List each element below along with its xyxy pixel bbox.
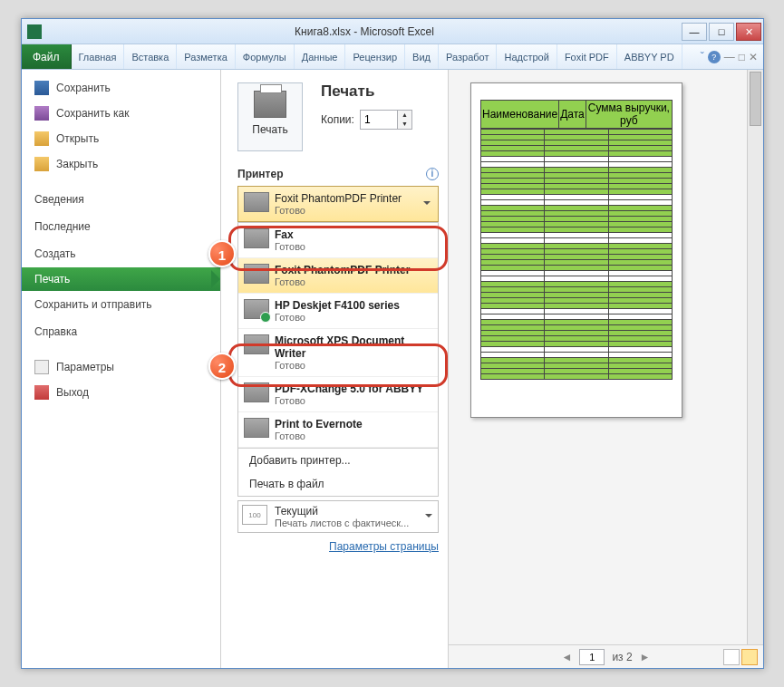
show-margins-button[interactable] — [741, 649, 758, 665]
ribbon-min-icon[interactable]: ˇ — [701, 51, 704, 63]
printer-selected-name: Foxit PhantomPDF Printer — [275, 192, 431, 205]
side-recent[interactable]: Последние — [22, 213, 220, 240]
side-print[interactable]: Печать — [22, 267, 220, 291]
side-info[interactable]: Сведения — [22, 186, 220, 213]
printer-item-fax[interactable]: FaxГотово — [238, 223, 438, 258]
callout-2-badge: 2 — [208, 353, 236, 380]
side-options[interactable]: Параметры — [22, 354, 220, 380]
print-preview: НаименованиеДатаСумма выручки, руб ◄ из … — [448, 70, 763, 668]
printer-item-icon — [244, 418, 269, 438]
tab-home[interactable]: Главная — [72, 44, 125, 69]
tab-formulas[interactable]: Формулы — [236, 44, 295, 69]
info-icon[interactable]: i — [426, 168, 439, 180]
tab-abbyy[interactable]: ABBYY PD — [617, 44, 682, 69]
side-open-label: Открыть — [56, 132, 99, 145]
tab-addins[interactable]: Надстрой — [497, 44, 557, 69]
printer-item-hp[interactable]: HP Deskjet F4100 seriesГотово — [238, 294, 438, 329]
printer-dropdown[interactable]: Foxit PhantomPDF Printer Готово — [237, 186, 439, 222]
side-close-label: Закрыть — [56, 158, 98, 170]
side-new[interactable]: Создать — [22, 240, 220, 267]
tab-insert[interactable]: Вставка — [124, 44, 177, 69]
zoom-to-page-button[interactable] — [723, 649, 740, 665]
callout-1-badge: 1 — [208, 240, 236, 267]
exit-icon — [34, 385, 49, 400]
print-settings: Печать Печать Копии: ▲▼ — [221, 70, 448, 668]
help-icon[interactable]: ? — [708, 51, 721, 63]
copies-label: Копии: — [321, 113, 354, 126]
printer-item-name: HP Deskjet F4100 series — [275, 299, 400, 312]
print-content: Печать Печать Копии: ▲▼ — [221, 70, 763, 668]
printer-item-status: Готово — [275, 360, 431, 371]
doc-restore-icon[interactable]: □ — [739, 51, 745, 63]
preview-pager: ◄ из 2 ► — [449, 644, 763, 668]
chevron-down-icon — [423, 201, 431, 208]
printer-item-name: Microsoft XPS Document Writer — [275, 334, 431, 360]
copies-input[interactable] — [361, 111, 397, 129]
tab-data[interactable]: Данные — [295, 44, 346, 69]
printer-item-icon — [244, 382, 269, 402]
side-open[interactable]: Открыть — [22, 126, 220, 151]
preview-col-name: Наименование — [481, 101, 559, 129]
ribbon: Файл Главная Вставка Разметка Формулы Да… — [22, 44, 763, 70]
printer-item-status: Готово — [275, 312, 400, 323]
pager-prev[interactable]: ◄ — [562, 651, 573, 663]
close-button[interactable]: ✕ — [736, 23, 761, 41]
backstage-sidebar: Сохранить Сохранить как Открыть Закрыть … — [22, 70, 221, 668]
preview-scrollbar[interactable] — [747, 70, 763, 644]
side-save-as-label: Сохранить как — [56, 107, 129, 120]
printer-icon — [254, 91, 286, 118]
side-help[interactable]: Справка — [22, 318, 220, 345]
copies-spinner[interactable]: ▲▼ — [360, 110, 412, 130]
printer-item-foxit[interactable]: Foxit PhantomPDF PrinterГотово — [238, 258, 438, 294]
printer-item-name: Fax — [275, 228, 305, 241]
page-setup-link[interactable]: Параметры страницы — [329, 540, 439, 553]
preview-col-sum: Сумма выручки, руб — [586, 101, 672, 129]
scaling-dropdown[interactable]: 100 Текущий Печать листов с фактическ... — [237, 500, 439, 533]
scrollbar-thumb[interactable] — [750, 72, 761, 126]
copies-down[interactable]: ▼ — [397, 120, 411, 129]
save-as-icon — [34, 106, 49, 121]
preview-table-body — [480, 129, 673, 380]
printer-item-icon — [244, 228, 269, 248]
print-button[interactable]: Печать — [237, 82, 303, 151]
tab-foxit[interactable]: Foxit PDF — [557, 44, 617, 69]
tab-view[interactable]: Вид — [405, 44, 439, 69]
pager-page-input[interactable] — [579, 649, 605, 665]
tab-developer[interactable]: Разработ — [439, 44, 497, 69]
side-save[interactable]: Сохранить — [22, 75, 220, 101]
printer-heading: Принтер — [237, 168, 283, 180]
tab-layout[interactable]: Разметка — [177, 44, 236, 69]
printer-item-status: Готово — [275, 395, 423, 406]
side-print-label: Печать — [34, 273, 70, 285]
add-printer[interactable]: Добавить принтер... — [238, 449, 438, 472]
minimize-button[interactable]: — — [682, 23, 707, 41]
printer-list-footer: Добавить принтер... Печать в файл — [238, 448, 438, 496]
scaling-title: Текущий — [275, 505, 421, 518]
tab-review[interactable]: Рецензир — [345, 44, 405, 69]
copies-up[interactable]: ▲ — [397, 111, 411, 120]
printer-item-icon — [244, 264, 269, 284]
file-tab[interactable]: Файл — [22, 44, 72, 69]
side-save-as[interactable]: Сохранить как — [22, 101, 220, 126]
options-icon — [34, 360, 49, 374]
printer-item-abbyy[interactable]: PDF-XChange 5.0 for ABBYYГотово — [238, 377, 438, 412]
printer-item-evernote[interactable]: Print to EvernoteГотово — [238, 412, 438, 448]
preview-table: НаименованиеДатаСумма выручки, руб — [480, 100, 673, 129]
side-close[interactable]: Закрыть — [22, 151, 220, 177]
printer-item-xps[interactable]: Microsoft XPS Document WriterГотово — [238, 329, 438, 377]
print-button-label: Печать — [238, 123, 302, 136]
pager-next[interactable]: ► — [640, 651, 651, 663]
doc-close-icon[interactable]: ✕ — [749, 51, 758, 63]
scaling-sub: Печать листов с фактическ... — [275, 518, 421, 528]
preview-page: НаименованиеДатаСумма выручки, руб — [470, 82, 682, 418]
default-printer-check-icon — [260, 312, 271, 323]
printer-item-icon — [244, 334, 269, 354]
print-to-file[interactable]: Печать в файл — [238, 472, 438, 496]
side-exit[interactable]: Выход — [22, 380, 220, 405]
printer-selected-icon — [244, 192, 269, 212]
maximize-button[interactable]: □ — [709, 23, 734, 41]
save-icon — [34, 81, 49, 95]
side-save-send[interactable]: Сохранить и отправить — [22, 291, 220, 318]
scaling-icon: 100 — [242, 505, 267, 525]
doc-min-icon[interactable]: — — [724, 51, 735, 63]
